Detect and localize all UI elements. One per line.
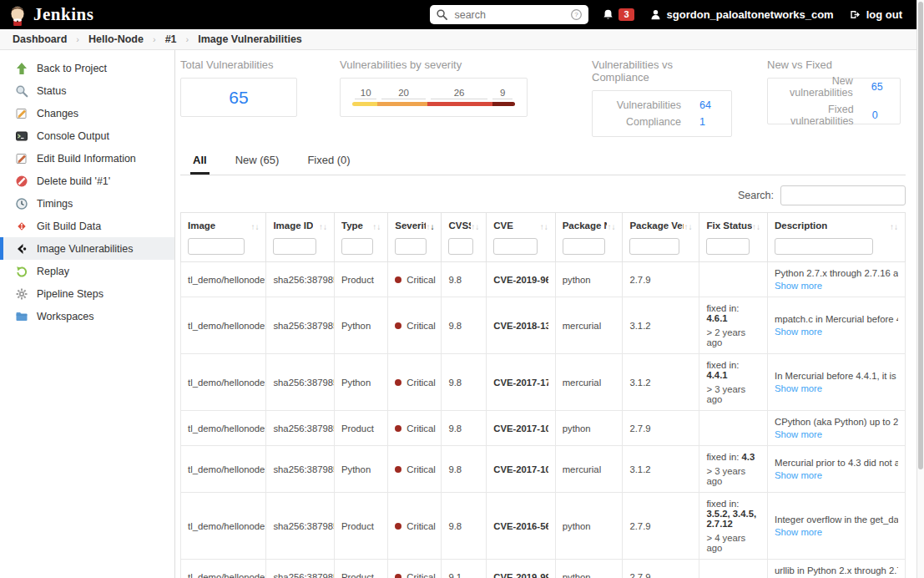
column-filter-input[interactable] — [775, 238, 873, 255]
column-header-type[interactable]: Type↑↓ — [335, 213, 388, 262]
stat-row-new-vulnerabilities: New vulnerabilities65 — [780, 73, 888, 101]
severity-dot-icon — [395, 379, 401, 386]
column-header-description[interactable]: Description↑↓ — [768, 213, 906, 262]
description-text: Integer overflow in the get_data functio… — [775, 515, 898, 525]
severity-text: Critical — [406, 572, 436, 578]
sort-arrows-icon[interactable]: ↑↓ — [319, 218, 327, 233]
cve-id: CVE-2017-17458 — [493, 378, 548, 388]
cell-type: Python — [335, 446, 388, 493]
sidebar-item-status[interactable]: Status — [0, 79, 174, 102]
column-header-package-name[interactable]: Package Name↑↓ — [555, 213, 623, 262]
cell-severity: Critical — [388, 354, 442, 411]
stat-value: 0 — [872, 109, 888, 121]
column-filter-input[interactable] — [188, 238, 245, 255]
show-more-link[interactable]: Show more — [775, 470, 822, 480]
column-filter-input[interactable] — [395, 238, 427, 255]
column-header-fix-status[interactable]: Fix Status↑↓ — [699, 213, 768, 262]
show-more-link[interactable]: Show more — [775, 383, 822, 393]
sort-arrows-icon[interactable]: ↑↓ — [471, 218, 479, 233]
jenkins-home-link[interactable]: Jenkins — [8, 4, 93, 26]
stat-label: Fixed vulnerabilities — [780, 104, 854, 127]
description-text: In Mercurial before 4.4.1, it is possibl… — [775, 371, 898, 381]
sidebar-item-timings[interactable]: Timings — [0, 192, 174, 215]
breadcrumb-item-hello-node[interactable]: Hello-Node — [88, 33, 144, 45]
sort-arrows-icon[interactable]: ↑↓ — [890, 218, 898, 233]
column-header-cve[interactable]: CVE↑↓ — [487, 213, 555, 262]
sidebar-item-edit-build-information[interactable]: Edit Build Information — [0, 147, 174, 170]
severity-value: Critical — [395, 423, 434, 434]
sidebar-item-changes[interactable]: Changes — [0, 102, 174, 124]
global-search-input[interactable] — [452, 8, 566, 22]
sidebar-item-image-vulnerabilities[interactable]: Image Vulnerabilities — [0, 237, 174, 260]
sidebar-item-pipeline-steps[interactable]: Pipeline Steps — [0, 282, 174, 305]
sidebar-item-console-output[interactable]: Console Output — [0, 124, 174, 147]
cell-description: Integer overflow in the get_data functio… — [768, 493, 906, 560]
sort-arrows-icon[interactable]: ↑↓ — [752, 218, 760, 233]
column-filter-input[interactable] — [629, 238, 679, 255]
column-header-severity[interactable]: Severity↑↓ — [388, 213, 442, 262]
sort-arrows-icon[interactable]: ↑↓ — [607, 218, 615, 233]
column-header-image-id[interactable]: Image ID↑↓ — [266, 213, 335, 262]
breadcrumb-item-1[interactable]: #1 — [165, 33, 177, 45]
column-header-package-version[interactable]: Package Version↑↓ — [623, 213, 699, 262]
column-filter-input[interactable] — [493, 238, 537, 255]
sort-arrows-icon[interactable]: ↑↓ — [540, 218, 548, 233]
cve-id: CVE-2017-10001... — [493, 464, 548, 474]
severity-segment-label: 20 — [381, 88, 426, 99]
show-more-link[interactable]: Show more — [775, 429, 822, 439]
app-title: Jenkins — [33, 4, 93, 25]
column-filter-input[interactable] — [563, 238, 605, 255]
sidebar-item-back-to-project[interactable]: Back to Project — [0, 57, 174, 79]
breadcrumb-separator-icon: › — [153, 34, 156, 44]
scrollbar-track[interactable] — [916, 0, 924, 578]
sidebar-item-git-build-data[interactable]: Git Build Data — [0, 215, 174, 237]
breadcrumb-separator-icon: › — [76, 34, 79, 44]
cell-description: Mercurial prior to 4.3 did not adequatel… — [768, 446, 906, 493]
show-more-link[interactable]: Show more — [775, 327, 822, 337]
cve-id: CVE-2018-13347 — [493, 321, 548, 331]
severity-text: Critical — [406, 378, 436, 388]
severity-value: Critical — [395, 275, 434, 285]
notifications-button[interactable]: 3 — [602, 8, 634, 21]
scrollbar-thumb[interactable] — [918, 2, 923, 469]
breadcrumb-item-image-vulnerabilities[interactable]: Image Vulnerabilities — [198, 33, 302, 45]
severity-bar — [352, 102, 515, 106]
table-search-input[interactable] — [780, 185, 906, 205]
tab-fixed-0[interactable]: Fixed (0) — [305, 149, 352, 175]
cve-id: CVE-2017-10001... — [493, 423, 548, 434]
fix-age: > 3 years ago — [706, 384, 760, 404]
column-filter-input[interactable] — [706, 238, 750, 255]
cell-package-version: 2.7.9 — [623, 560, 699, 578]
user-menu[interactable]: sgordon_paloaltonetworks_com — [649, 8, 834, 21]
tab-new-65[interactable]: New (65) — [233, 149, 282, 175]
help-icon[interactable]: ? — [570, 8, 583, 21]
result-tabs: AllNew (65)Fixed (0) — [180, 149, 906, 175]
total-vulnerabilities-value: 65 — [229, 88, 248, 108]
column-filter-input[interactable] — [448, 238, 472, 255]
stat-row-fixed-vulnerabilities: Fixed vulnerabilities0 — [780, 101, 888, 129]
cell-cvss: 9.8 — [442, 411, 487, 446]
description-text: Mercurial prior to 4.3 did not adequatel… — [775, 458, 898, 468]
sort-arrows-icon[interactable]: ↑↓ — [372, 218, 381, 233]
column-header-cvss[interactable]: CVSS↑↓ — [442, 213, 487, 262]
show-more-link[interactable]: Show more — [775, 527, 822, 537]
sidebar-item-replay[interactable]: Replay — [0, 260, 174, 282]
severity-value: Critical — [395, 572, 434, 578]
breadcrumb-item-dashboard[interactable]: Dashboard — [13, 33, 67, 45]
column-filter-input[interactable] — [341, 238, 373, 255]
sidebar-item-delete-build-1[interactable]: Delete build '#1' — [0, 170, 174, 192]
table-row: tl_demo/hellonode:latestsha256:387985591… — [181, 297, 906, 354]
tab-all[interactable]: All — [190, 149, 210, 175]
notification-badge: 3 — [619, 8, 634, 21]
sidebar-item-label: Status — [37, 85, 66, 97]
cell-package-name: python — [555, 411, 623, 446]
sort-arrows-icon[interactable]: ↑↓ — [426, 218, 434, 233]
sidebar-item-workspaces[interactable]: Workspaces — [0, 305, 174, 327]
logout-button[interactable]: log out — [849, 8, 902, 21]
column-header-image[interactable]: Image↑↓ — [181, 213, 266, 262]
sort-arrows-icon[interactable]: ↑↓ — [250, 218, 259, 233]
column-filter-input[interactable] — [273, 238, 316, 255]
cell-package-version: 3.1.2 — [623, 297, 699, 354]
sort-arrows-icon[interactable]: ↑↓ — [684, 218, 692, 233]
show-more-link[interactable]: Show more — [775, 281, 822, 291]
